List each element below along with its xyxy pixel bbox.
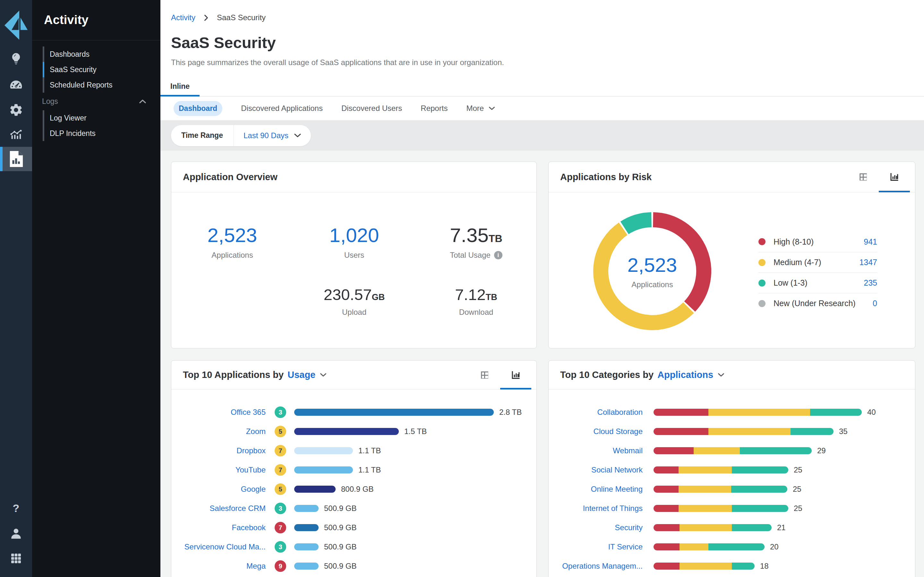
stack-segment-medium bbox=[678, 486, 731, 493]
report-icon bbox=[9, 151, 23, 167]
table-view-toggle[interactable] bbox=[469, 361, 500, 389]
top-applications-sort-dropdown[interactable]: Usage bbox=[288, 370, 327, 380]
risk-score-badge: 5 bbox=[275, 484, 286, 495]
risk-score-badge: 7 bbox=[275, 445, 286, 456]
category-link[interactable]: Online Meeting bbox=[549, 485, 643, 494]
tab-discovered-users[interactable]: Discovered Users bbox=[341, 104, 402, 113]
card-top-categories: Top 10 Categories by Applications Collab… bbox=[548, 360, 915, 577]
sidebar-item-dlp-incidents[interactable]: DLP Incidents bbox=[32, 126, 160, 141]
breadcrumb-link-activity[interactable]: Activity bbox=[171, 13, 195, 22]
donut-total-label: Applications bbox=[632, 280, 673, 289]
sidebar-item-saas-security[interactable]: SaaS Security bbox=[32, 62, 160, 77]
dashboards-nav-button[interactable] bbox=[0, 75, 32, 94]
sidebar-section-logs[interactable]: Logs bbox=[32, 93, 160, 110]
app-link[interactable]: Zoom bbox=[183, 427, 266, 436]
bar-chart-icon bbox=[889, 172, 900, 182]
applications-by-risk-header: Applications by Risk bbox=[549, 162, 915, 192]
legend-value[interactable]: 941 bbox=[864, 237, 877, 247]
reports-nav-button[interactable] bbox=[0, 125, 32, 144]
analytics-icon bbox=[9, 127, 23, 142]
stack-segment-low bbox=[732, 562, 754, 570]
category-link[interactable]: Social Network bbox=[549, 466, 643, 474]
donut-center: 2,523 Applications bbox=[593, 212, 711, 330]
legend-value[interactable]: 235 bbox=[864, 278, 877, 287]
sidebar-item-dashboards[interactable]: Dashboards bbox=[32, 47, 160, 62]
content-area: Activity SaaS Security SaaS Security Thi… bbox=[160, 0, 924, 577]
category-link[interactable]: Security bbox=[549, 523, 643, 532]
legend-value[interactable]: 0 bbox=[873, 299, 877, 308]
activity-nav-button-active[interactable] bbox=[0, 147, 32, 171]
category-link[interactable]: Webmail bbox=[549, 446, 643, 455]
insights-nav-button[interactable] bbox=[0, 49, 32, 68]
category-link[interactable]: IT Service bbox=[549, 542, 643, 551]
tab-inline[interactable]: Inline bbox=[160, 78, 200, 97]
category-stacked-bar bbox=[654, 466, 788, 474]
help-button[interactable]: ? bbox=[0, 498, 32, 518]
stack-segment-medium bbox=[694, 447, 740, 454]
stack-segment-medium bbox=[678, 505, 732, 512]
app-link[interactable]: Dropbox bbox=[183, 446, 266, 455]
stack-segment-high bbox=[654, 428, 708, 435]
card-applications-by-risk: Applications by Risk 2,523 Applications bbox=[548, 161, 915, 348]
legend-row: Low (1-3)235 bbox=[758, 272, 877, 293]
app-row: Facebook7500.9 GB bbox=[171, 518, 536, 537]
app-link[interactable]: Servicenow Cloud Ma... bbox=[183, 542, 266, 551]
category-link[interactable]: Cloud Storage bbox=[549, 427, 643, 436]
app-link[interactable]: Facebook bbox=[183, 523, 266, 532]
card-title-top-categories: Top 10 Categories by bbox=[560, 370, 654, 380]
settings-nav-button[interactable] bbox=[0, 100, 32, 119]
tab-discovered-applications[interactable]: Discovered Applications bbox=[241, 104, 323, 113]
app-row: Office 36532.8 TB bbox=[171, 403, 536, 422]
app-row: YouTube71.1 TB bbox=[171, 460, 536, 480]
stat-download-value: 7.12TB bbox=[415, 285, 537, 303]
stack-segment-high bbox=[654, 505, 678, 512]
sidebar-item-log-viewer[interactable]: Log Viewer bbox=[32, 110, 160, 126]
category-link[interactable]: Collaboration bbox=[549, 408, 643, 417]
sidebar-section-label: Logs bbox=[42, 97, 58, 106]
stat-download: 7.12TB Download bbox=[415, 285, 537, 317]
top-applications-rows: Office 36532.8 TBZoom51.5 TBDropbox71.1 … bbox=[171, 390, 536, 576]
app-link[interactable]: Mega bbox=[183, 562, 266, 571]
app-link[interactable]: YouTube bbox=[183, 466, 266, 474]
app-switcher-button[interactable] bbox=[0, 549, 32, 568]
category-stacked-bar bbox=[654, 562, 754, 570]
usage-value: 1.1 TB bbox=[359, 466, 381, 474]
stat-applications: 2,523 Applications bbox=[171, 224, 293, 259]
tab-reports[interactable]: Reports bbox=[421, 104, 447, 113]
info-icon[interactable]: i bbox=[494, 251, 502, 259]
tab-label: Dashboard bbox=[179, 104, 217, 113]
stat-upload-value: 230.57GB bbox=[293, 285, 415, 303]
sidebar-item-scheduled-reports[interactable]: Scheduled Reports bbox=[32, 77, 160, 93]
risk-score-badge: 7 bbox=[275, 522, 286, 533]
application-overview-body: 2,523 Applications 1,020 Users 7.35TB To… bbox=[171, 192, 536, 348]
risk-score-badge: 7 bbox=[275, 464, 286, 476]
risk-score-badge: 3 bbox=[275, 541, 286, 553]
app-row: Servicenow Cloud Ma...3500.9 GB bbox=[171, 537, 536, 556]
time-range-dropdown[interactable]: Last 90 Days bbox=[234, 125, 311, 146]
usage-bar bbox=[294, 505, 318, 512]
breadcrumb: Activity SaaS Security bbox=[171, 13, 266, 22]
card-title-application-overview: Application Overview bbox=[171, 162, 536, 192]
tab-dashboard[interactable]: Dashboard bbox=[174, 101, 222, 116]
category-count: 20 bbox=[770, 542, 779, 551]
app-link[interactable]: Google bbox=[183, 485, 266, 494]
help-icon: ? bbox=[13, 502, 19, 514]
table-icon bbox=[480, 370, 489, 380]
category-link[interactable]: Internet of Things bbox=[549, 504, 643, 513]
top-categories-sort-dropdown[interactable]: Applications bbox=[657, 370, 725, 380]
top-applications-sort-value: Usage bbox=[288, 370, 315, 380]
app-row: Google5800.9 GB bbox=[171, 480, 536, 499]
user-profile-button[interactable] bbox=[0, 524, 32, 543]
table-icon bbox=[858, 172, 868, 182]
app-link[interactable]: Office 365 bbox=[183, 408, 266, 417]
chart-view-toggle[interactable] bbox=[879, 162, 910, 192]
stat-applications-value: 2,523 bbox=[171, 224, 293, 247]
app-link[interactable]: Salesforce CRM bbox=[183, 504, 266, 513]
chart-view-toggle[interactable] bbox=[500, 361, 531, 389]
usage-bar bbox=[294, 524, 318, 531]
legend-value[interactable]: 1347 bbox=[859, 258, 877, 267]
table-view-toggle[interactable] bbox=[848, 162, 879, 192]
tab-more[interactable]: More bbox=[466, 104, 495, 113]
category-link[interactable]: Operations Managem... bbox=[549, 562, 643, 571]
tab-label: More bbox=[466, 104, 484, 113]
